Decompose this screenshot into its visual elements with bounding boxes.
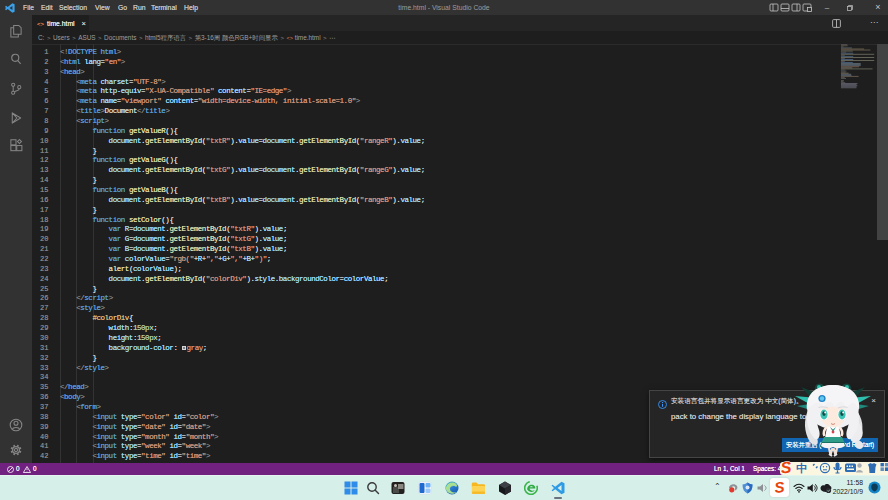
svg-text:S: S [780, 458, 793, 476]
svg-text:S: S [774, 479, 786, 496]
svg-text:中: 中 [796, 462, 807, 474]
